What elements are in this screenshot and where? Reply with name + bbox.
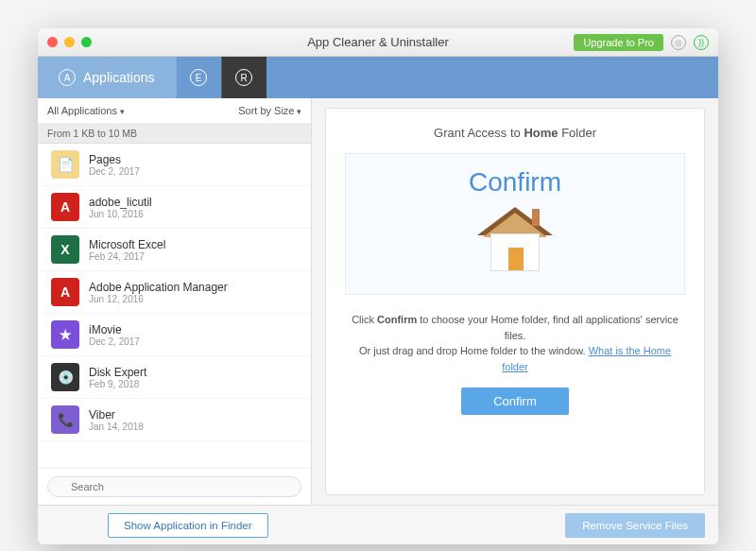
remains-icon: R <box>235 69 252 86</box>
scope-dropdown[interactable]: All Applications <box>47 105 125 116</box>
upgrade-button[interactable]: Upgrade to Pro <box>574 34 663 51</box>
app-icon: 💿 <box>51 363 79 391</box>
search-bar <box>38 468 311 505</box>
main-panel: Grant Access to Home Folder Confirm Clic… <box>312 98 718 505</box>
tab-applications-label: Applications <box>83 70 155 85</box>
traffic-lights <box>47 37 92 47</box>
filter-bar: All Applications Sort by Size <box>38 98 311 124</box>
app-date: Dec 2, 2017 <box>89 166 140 177</box>
app-name: Adobe Application Manager <box>89 281 228 294</box>
extensions-icon: E <box>190 69 207 86</box>
applications-icon: A <box>59 69 76 86</box>
grant-title: Grant Access to Home Folder <box>434 126 596 140</box>
hero: Confirm <box>345 153 685 295</box>
body: All Applications Sort by Size From 1 KB … <box>38 98 718 505</box>
app-date: Feb 9, 2018 <box>89 379 146 389</box>
app-date: Jun 12, 2016 <box>89 294 228 304</box>
group-header: From 1 KB to 10 MB <box>38 124 311 144</box>
instructions: Click Confirm to choose your Home folder… <box>345 312 685 374</box>
list-item[interactable]: A adobe_licutil Jun 10, 2016 <box>38 186 311 229</box>
titlebar: App Cleaner & Uninstaller Upgrade to Pro… <box>38 28 718 57</box>
tab-applications[interactable]: A Applications <box>38 57 176 98</box>
list-item[interactable]: 📄 Pages Dec 2, 2017 <box>38 144 311 186</box>
app-name: Microsoft Excel <box>89 238 165 251</box>
list-item[interactable]: 💿 Disk Expert Feb 9, 2018 <box>38 356 311 399</box>
home-folder-icon <box>477 207 553 273</box>
app-name: iMovie <box>89 323 140 336</box>
app-name: Pages <box>89 153 140 166</box>
app-name: Viber <box>89 408 144 422</box>
list-item[interactable]: X Microsoft Excel Feb 24, 2017 <box>38 229 311 271</box>
sidebar: All Applications Sort by Size From 1 KB … <box>38 98 312 505</box>
app-date: Jan 14, 2018 <box>89 422 144 432</box>
app-icon: 📄 <box>51 150 79 179</box>
help-icon[interactable]: ◎ <box>671 35 686 50</box>
app-date: Dec 2, 2017 <box>89 336 140 347</box>
app-name: Disk Expert <box>89 366 146 379</box>
hero-title: Confirm <box>469 167 561 198</box>
fullscreen-icon[interactable] <box>81 37 92 47</box>
grant-bold: Home <box>524 126 558 140</box>
tab-extensions[interactable]: E <box>176 57 221 98</box>
app-date: Jun 10, 2016 <box>89 209 152 219</box>
grant-post: Folder <box>558 126 596 140</box>
list-item[interactable]: ★ iMovie Dec 2, 2017 <box>38 314 311 356</box>
show-in-finder-button[interactable]: Show Application in Finder <box>108 513 268 538</box>
tab-remains[interactable]: R <box>221 57 266 98</box>
app-icon: X <box>51 235 79 264</box>
list-item[interactable]: A Adobe Application Manager Jun 12, 2016 <box>38 271 311 314</box>
footer: Show Application in Finder Remove Servic… <box>38 505 718 544</box>
list-item[interactable]: 📞 Viber Jan 14, 2018 <box>38 399 311 441</box>
status-icon[interactable]: )) <box>694 35 709 50</box>
toolbar: A Applications E R <box>38 57 718 98</box>
app-window: App Cleaner & Uninstaller Upgrade to Pro… <box>38 28 718 544</box>
app-list[interactable]: 📄 Pages Dec 2, 2017 A adobe_licutil Jun … <box>38 144 311 468</box>
grant-pre: Grant Access to <box>434 126 524 140</box>
minimize-icon[interactable] <box>64 37 75 47</box>
confirm-button[interactable]: Confirm <box>461 387 569 415</box>
close-icon[interactable] <box>47 37 58 47</box>
app-icon: 📞 <box>51 405 79 434</box>
app-icon: ★ <box>51 320 79 349</box>
app-date: Feb 24, 2017 <box>89 251 165 262</box>
app-name: adobe_licutil <box>89 196 152 209</box>
app-icon: A <box>51 278 79 306</box>
remove-service-files-button[interactable]: Remove Service Files <box>565 513 705 538</box>
search-input[interactable] <box>47 476 301 497</box>
sort-dropdown[interactable]: Sort by Size <box>238 105 301 116</box>
app-icon: A <box>51 193 79 221</box>
grant-card: Grant Access to Home Folder Confirm Clic… <box>325 108 705 495</box>
